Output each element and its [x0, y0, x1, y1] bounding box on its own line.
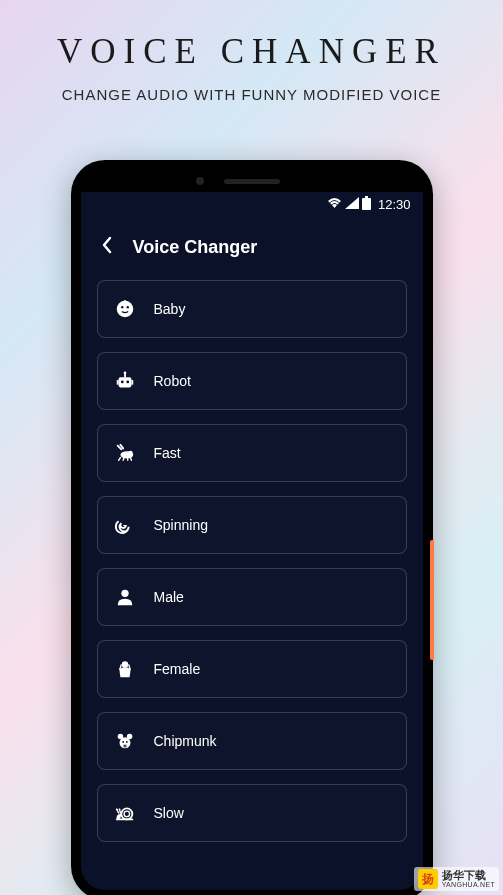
signal-icon — [345, 197, 359, 212]
voice-item-spinning[interactable]: Spinning — [97, 496, 407, 554]
voice-item-chipmunk[interactable]: Chipmunk — [97, 712, 407, 770]
phone-camera — [196, 177, 204, 185]
hero-title: VOICE CHANGER — [0, 32, 503, 72]
robot-icon — [114, 370, 136, 392]
svg-point-4 — [126, 306, 128, 308]
voice-label: Spinning — [154, 517, 209, 533]
svg-rect-11 — [116, 380, 118, 385]
voice-label: Female — [154, 661, 201, 677]
voice-item-male[interactable]: Male — [97, 568, 407, 626]
spiral-icon — [114, 514, 136, 536]
rabbit-icon — [114, 442, 136, 464]
voice-label: Slow — [154, 805, 184, 821]
voice-item-female[interactable]: Female — [97, 640, 407, 698]
svg-point-27 — [118, 808, 120, 810]
svg-point-21 — [125, 741, 127, 743]
baby-icon — [114, 298, 136, 320]
phone-speaker — [224, 179, 280, 184]
hero-subtitle: CHANGE AUDIO WITH FUNNY MODIFIED VOICE — [0, 86, 503, 103]
snail-icon — [114, 802, 136, 824]
status-bar: 12:30 — [81, 192, 423, 216]
svg-rect-0 — [362, 198, 371, 210]
watermark-url: YANGHUA.NET — [442, 881, 495, 889]
svg-rect-12 — [131, 380, 133, 385]
voice-item-slow[interactable]: Slow — [97, 784, 407, 842]
voice-label: Robot — [154, 373, 191, 389]
battery-icon — [362, 196, 371, 213]
watermark: 扬 扬华下载 YANGHUA.NET — [414, 867, 499, 891]
phone-top-bezel — [81, 170, 423, 192]
app-header: Voice Changer — [81, 216, 423, 280]
phone-screen: 12:30 Voice Changer Baby Robot — [81, 170, 423, 890]
svg-point-24 — [121, 808, 132, 819]
male-icon — [114, 586, 136, 608]
watermark-name: 扬华下载 — [442, 869, 495, 881]
voice-label: Chipmunk — [154, 733, 217, 749]
svg-point-19 — [126, 734, 132, 740]
svg-point-9 — [120, 381, 123, 384]
svg-point-2 — [116, 301, 133, 318]
voice-item-baby[interactable]: Baby — [97, 280, 407, 338]
svg-point-10 — [126, 381, 129, 384]
svg-point-3 — [121, 306, 123, 308]
voice-item-robot[interactable]: Robot — [97, 352, 407, 410]
svg-point-5 — [123, 300, 125, 302]
svg-rect-1 — [365, 196, 368, 198]
svg-rect-6 — [118, 377, 131, 387]
phone-frame: 12:30 Voice Changer Baby Robot — [71, 160, 433, 895]
voice-list: Baby Robot Fast Spinning — [81, 280, 423, 842]
phone-power-button — [430, 540, 434, 660]
voice-item-fast[interactable]: Fast — [97, 424, 407, 482]
svg-point-26 — [115, 808, 117, 810]
voice-label: Male — [154, 589, 184, 605]
svg-rect-23 — [125, 745, 126, 748]
voice-label: Fast — [154, 445, 181, 461]
female-icon — [114, 658, 136, 680]
svg-point-20 — [122, 741, 124, 743]
svg-point-16 — [121, 661, 127, 667]
svg-point-14 — [128, 451, 133, 456]
wifi-icon — [327, 197, 342, 212]
back-button[interactable] — [95, 234, 119, 260]
svg-point-8 — [123, 371, 126, 374]
svg-point-15 — [121, 590, 128, 597]
svg-rect-22 — [123, 745, 124, 748]
svg-point-25 — [124, 811, 130, 817]
watermark-logo-icon: 扬 — [418, 869, 438, 889]
svg-point-18 — [117, 734, 123, 740]
voice-label: Baby — [154, 301, 186, 317]
chipmunk-icon — [114, 730, 136, 752]
status-time: 12:30 — [378, 197, 411, 212]
app-title: Voice Changer — [133, 237, 258, 258]
